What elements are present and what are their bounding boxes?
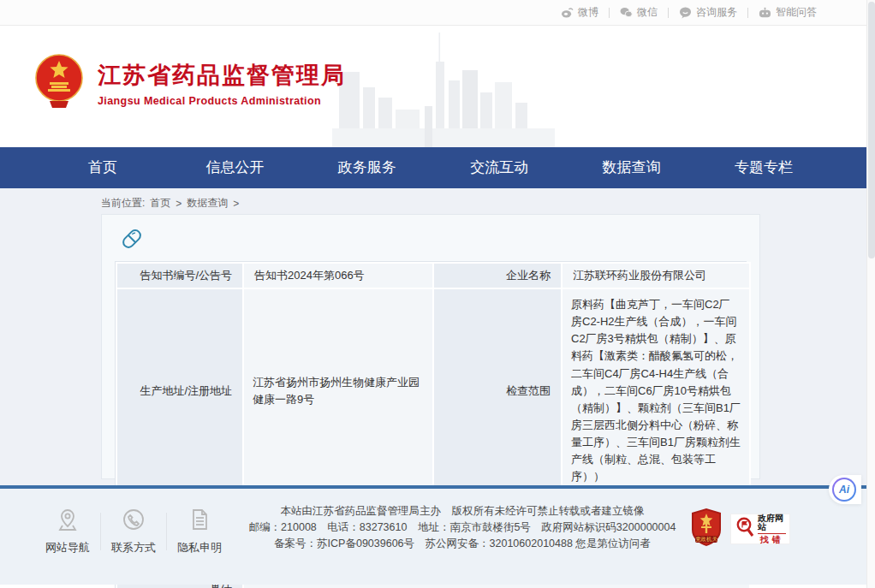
footer-line-host: 本站由江苏省药品监督管理局主办 版权所有未经许可禁止转载或者建立镜像 bbox=[248, 503, 676, 520]
capsule-pill-icon bbox=[120, 227, 747, 254]
find-error-top-label: 政府网站 bbox=[758, 514, 786, 534]
scrollbar-thumb[interactable] bbox=[868, 2, 875, 258]
nav-item-data-query[interactable]: 数据查询 bbox=[580, 147, 683, 188]
brand-block: 江苏省药品监督管理局 Jiangsu Medical Products Admi… bbox=[34, 54, 346, 112]
breadcrumb-separator: > bbox=[176, 198, 182, 210]
breadcrumb: 当前位置: 首页 > 数据查询 > bbox=[0, 188, 866, 214]
weibo-label: 微博 bbox=[578, 5, 598, 20]
topbar-divider bbox=[747, 8, 748, 18]
robot-qa-icon bbox=[759, 7, 771, 19]
contact-link[interactable]: 联系方式 bbox=[107, 508, 160, 555]
weibo-icon bbox=[561, 7, 574, 18]
consult-service-link[interactable]: 咨询服务 bbox=[679, 5, 737, 20]
detail-panel: 告知书编号/公告号 告知书2024年第066号 企业名称 江苏联环药业股份有限公… bbox=[101, 214, 760, 479]
smart-qa-label: 智能问答 bbox=[776, 5, 817, 20]
breadcrumb-separator: > bbox=[233, 198, 239, 210]
wechat-link[interactable]: 微信 bbox=[620, 5, 658, 20]
footer-quick-divider bbox=[100, 513, 101, 550]
national-emblem-logo bbox=[34, 54, 84, 112]
main-nav: 首页 信息公开 政务服务 交流互动 数据查询 专题专栏 bbox=[0, 147, 866, 188]
consult-bubble-icon bbox=[679, 7, 692, 19]
site-title: 江苏省药品监督管理局 bbox=[98, 60, 346, 91]
breadcrumb-home-link[interactable]: 首页 bbox=[150, 196, 170, 211]
footer-info: 本站由江苏省药品监督管理局主办 版权所有未经许可禁止转载或者建立镜像 邮编：21… bbox=[248, 503, 676, 552]
value-notice-no: 告知书2024年第066号 bbox=[243, 263, 433, 288]
map-pin-icon bbox=[56, 508, 80, 534]
site-navigation-label: 网站导航 bbox=[45, 540, 90, 555]
footer-quick-links: 网站导航 联系方式 bbox=[41, 508, 226, 555]
breadcrumb-prefix: 当前位置: bbox=[101, 196, 145, 211]
table-row: 生产地址/注册地址 江苏省扬州市扬州生物健康产业园健康一路9号 检查范围 原料药… bbox=[116, 288, 750, 494]
privacy-statement-link[interactable]: 隐私申明 bbox=[173, 508, 226, 555]
contact-label: 联系方式 bbox=[111, 540, 156, 555]
topbar-divider bbox=[668, 8, 669, 18]
value-address: 江苏省扬州市扬州生物健康产业园健康一路9号 bbox=[243, 288, 433, 494]
nav-item-gov-services[interactable]: 政务服务 bbox=[316, 147, 419, 188]
site-header: 江苏省药品监督管理局 Jiangsu Medical Products Admi… bbox=[0, 26, 866, 147]
wechat-icon bbox=[620, 7, 633, 18]
value-company: 江苏联环药业股份有限公司 bbox=[562, 263, 750, 288]
brand-text: 江苏省药品监督管理局 Jiangsu Medical Products Admi… bbox=[98, 60, 346, 107]
breadcrumb-section-link[interactable]: 数据查询 bbox=[187, 196, 228, 211]
site-subtitle: Jiangsu Medical Products Administration bbox=[98, 95, 346, 107]
city-skyline-illustration bbox=[332, 27, 555, 147]
label-address: 生产地址/注册地址 bbox=[116, 288, 243, 494]
value-scope: 原料药【曲克芦丁，一车间C2厂房C2-H2生产线（合成），一车间C2厂房3号精烘… bbox=[562, 288, 750, 494]
site-navigation-link[interactable]: 网站导航 bbox=[41, 508, 94, 555]
content-area: 当前位置: 首页 > 数据查询 > 告知书 bbox=[0, 188, 866, 485]
gov-site-find-error-badge[interactable]: 政府网站 找错 bbox=[731, 514, 789, 543]
footer-line-icp: 备案号：苏ICP备09039606号 苏公网安备：32010602010488 … bbox=[248, 536, 676, 552]
nav-item-home[interactable]: 首页 bbox=[51, 147, 154, 188]
shield-badge-label: 党政机关 bbox=[695, 536, 717, 543]
find-error-bottom-label: 找错 bbox=[760, 536, 784, 544]
nav-item-interaction[interactable]: 交流互动 bbox=[448, 147, 551, 188]
privacy-statement-label: 隐私申明 bbox=[177, 540, 222, 555]
ai-assistant-tab: Ai bbox=[829, 475, 861, 504]
phone-icon bbox=[122, 508, 146, 534]
footer-quick-divider bbox=[166, 513, 167, 550]
wechat-label: 微信 bbox=[637, 5, 658, 20]
nav-item-info-disclosure[interactable]: 信息公开 bbox=[183, 147, 286, 188]
label-scope: 检查范围 bbox=[433, 288, 562, 494]
ai-assistant-button[interactable]: Ai bbox=[832, 478, 856, 502]
footer-line-contact: 邮编：210008 电话：83273610 地址：南京市鼓楼街5号 政府网站标识… bbox=[248, 520, 676, 536]
topbar-divider bbox=[609, 8, 610, 18]
consult-service-label: 咨询服务 bbox=[696, 5, 737, 20]
weibo-link[interactable]: 微博 bbox=[561, 5, 598, 20]
party-gov-shield-badge[interactable]: 党政机关 bbox=[690, 508, 723, 550]
nav-item-special-topics[interactable]: 专题专栏 bbox=[712, 147, 815, 188]
page-scrollbar bbox=[866, 0, 875, 588]
page: 微博 微信 咨询服务 智能问答 bbox=[0, 0, 866, 588]
label-company: 企业名称 bbox=[433, 263, 562, 288]
find-error-text: 政府网站 找错 bbox=[758, 514, 786, 544]
footer: Ai 网站导航 bbox=[0, 489, 866, 585]
topbar: 微博 微信 咨询服务 智能问答 bbox=[0, 0, 866, 26]
label-notice-no: 告知书编号/公告号 bbox=[116, 263, 243, 288]
smart-qa-link[interactable]: 智能问答 bbox=[759, 5, 817, 20]
footer-badges: 党政机关 政府网站 找错 bbox=[690, 508, 789, 550]
table-row: 告知书编号/公告号 告知书2024年第066号 企业名称 江苏联环药业股份有限公… bbox=[116, 263, 750, 288]
document-icon bbox=[188, 508, 211, 534]
magnifier-flag-icon bbox=[735, 516, 755, 542]
